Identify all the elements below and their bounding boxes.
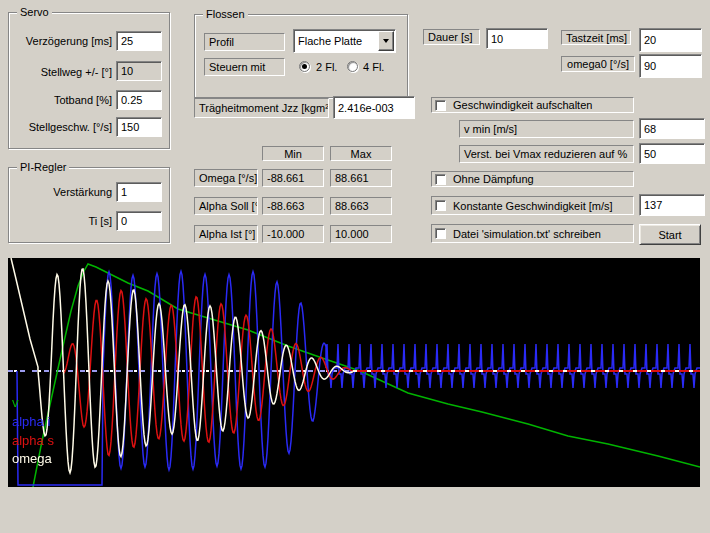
vmin-label: v min [m/s] bbox=[459, 120, 634, 138]
radio-4fl-label[interactable]: 4 Fl. bbox=[363, 61, 384, 74]
ohne-daempfung-label[interactable]: Ohne Dämpfung bbox=[453, 173, 534, 185]
legend-alpha-i: alpha i bbox=[12, 415, 50, 429]
legend-v: v bbox=[12, 396, 19, 410]
pi-regler-group-title: PI-Regler bbox=[17, 161, 69, 174]
verst-vmax-input[interactable] bbox=[639, 143, 705, 164]
verst-vmax-label: Verst. bei Vmax reduzieren auf % bbox=[459, 145, 634, 163]
profil-dropdown[interactable]: Flache Platte bbox=[293, 29, 396, 53]
verzoegerung-input[interactable] bbox=[116, 31, 162, 51]
geschwindigkeit-aufschalten-checkbox[interactable] bbox=[435, 100, 446, 111]
legend-omega: omega bbox=[12, 452, 52, 466]
minmax-header-min: Min bbox=[262, 146, 324, 161]
simulation-plot: v alpha i alpha s omega bbox=[8, 258, 700, 487]
verzoegerung-label: Verzögerung [ms] bbox=[14, 35, 112, 48]
konstante-geschwindigkeit-input[interactable] bbox=[639, 194, 705, 216]
omega0-label: omega0 [°/s] bbox=[561, 56, 635, 72]
stellgeschw-input[interactable] bbox=[116, 117, 162, 137]
radio-2fl-label[interactable]: 2 Fl. bbox=[316, 61, 337, 74]
minmax-header-max: Max bbox=[330, 146, 392, 161]
inertia-input[interactable] bbox=[333, 96, 415, 119]
servo-group-title: Servo bbox=[17, 6, 52, 19]
omega-row-label: Omega [°/s] bbox=[194, 169, 258, 187]
alpha-ist-max-value: 10.000 bbox=[330, 225, 392, 243]
totband-input[interactable] bbox=[116, 90, 162, 110]
alpha-soll-row-label: Alpha Soll [°] bbox=[194, 197, 258, 215]
geschwindigkeit-aufschalten-label[interactable]: Geschwindigkeit aufschalten bbox=[453, 99, 592, 111]
alpha-ist-row-label: Alpha Ist [°] bbox=[194, 225, 258, 243]
alpha-soll-min-value: -88.663 bbox=[262, 197, 324, 215]
alpha-soll-max-value: 88.663 bbox=[330, 197, 392, 215]
chevron-down-icon bbox=[383, 39, 389, 46]
verstaerkung-label: Verstärkung bbox=[14, 186, 112, 199]
omega0-input[interactable] bbox=[639, 54, 702, 78]
verstaerkung-input[interactable] bbox=[116, 182, 162, 202]
omega-max-value: 88.661 bbox=[330, 169, 392, 187]
radio-2fl[interactable] bbox=[299, 61, 310, 72]
stellweg-label: Stellweg +/- [°] bbox=[14, 66, 112, 79]
flossen-group: Flossen bbox=[194, 14, 408, 98]
profil-label: Profil bbox=[204, 33, 285, 51]
steuern-mit-label: Steuern mit bbox=[204, 58, 285, 76]
ti-input[interactable] bbox=[116, 211, 162, 231]
geschwindigkeit-aufschalten-row: Geschwindigkeit aufschalten bbox=[431, 97, 634, 113]
legend-alpha-s: alpha s bbox=[12, 434, 54, 448]
alpha-ist-min-value: -10.000 bbox=[262, 225, 324, 243]
start-button[interactable]: Start bbox=[639, 224, 701, 245]
konstante-geschwindigkeit-checkbox[interactable] bbox=[435, 200, 446, 211]
totband-label: Totband [%] bbox=[14, 94, 112, 107]
pi-regler-group: PI-Regler bbox=[8, 167, 170, 243]
datei-schreiben-row: Datei 'simulation.txt' schreiben bbox=[431, 224, 634, 243]
flossen-group-title: Flossen bbox=[203, 8, 248, 21]
tastzeit-label: Tastzeit [ms] bbox=[561, 30, 631, 45]
konstante-geschwindigkeit-row: Konstante Geschwindigkeit [m/s] bbox=[431, 196, 634, 215]
vmin-input[interactable] bbox=[639, 118, 705, 139]
inertia-label: Trägheitmoment Jzz [kgm²] bbox=[194, 98, 329, 118]
dauer-input[interactable] bbox=[486, 28, 548, 49]
konstante-geschwindigkeit-label[interactable]: Konstante Geschwindigkeit [m/s] bbox=[453, 200, 613, 212]
stellweg-input[interactable] bbox=[116, 61, 162, 81]
datei-schreiben-label[interactable]: Datei 'simulation.txt' schreiben bbox=[453, 228, 601, 240]
simulation-plot-canvas bbox=[8, 258, 700, 487]
radio-4fl[interactable] bbox=[347, 61, 358, 72]
stellgeschw-label: Stellgeschw. [°/s] bbox=[8, 121, 112, 134]
ohne-daempfung-checkbox[interactable] bbox=[435, 174, 446, 185]
dauer-label: Dauer [s] bbox=[423, 29, 480, 45]
omega-min-value: -88.661 bbox=[262, 169, 324, 187]
profil-dropdown-value: Flache Platte bbox=[295, 31, 378, 51]
ohne-daempfung-row: Ohne Dämpfung bbox=[431, 171, 634, 187]
datei-schreiben-checkbox[interactable] bbox=[435, 228, 446, 239]
dropdown-arrow-button[interactable] bbox=[378, 31, 394, 51]
app-window: Servo Verzögerung [ms] Stellweg +/- [°] … bbox=[0, 0, 710, 533]
ti-label: Ti [s] bbox=[14, 215, 112, 228]
tastzeit-input[interactable] bbox=[639, 28, 702, 52]
